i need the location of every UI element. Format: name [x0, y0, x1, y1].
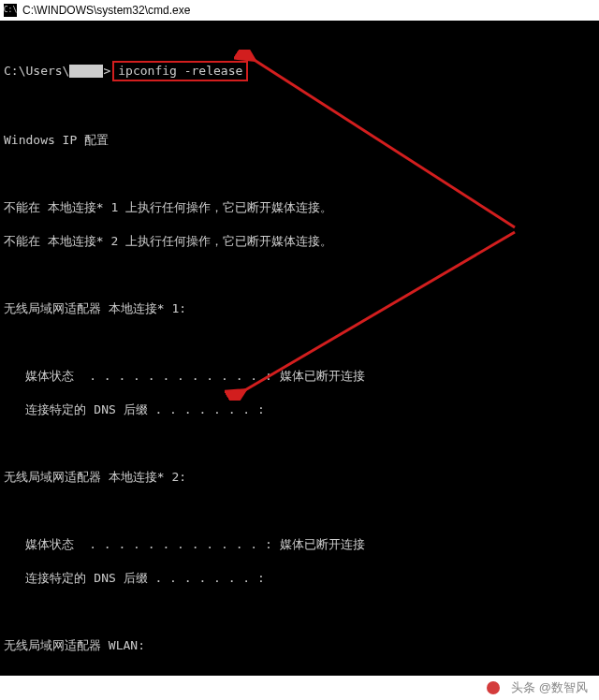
media-state: 媒体状态 . . . . . . . . . . . . : 媒体已断开连接 — [4, 536, 595, 553]
author-text: @数智风 — [539, 680, 588, 694]
dns-suffix: 连接特定的 DNS 后缀 . . . . . . . : — [4, 570, 595, 587]
watermark-footer: 头条 @数智风 — [0, 676, 599, 700]
media-state: 媒体状态 . . . . . . . . . . . . : 媒体已断开连接 — [4, 368, 595, 385]
ip-header: Windows IP 配置 — [4, 132, 595, 149]
dns-suffix: 连接特定的 DNS 后缀 . . . . . . . : — [4, 401, 595, 418]
toutiao-logo — [487, 681, 502, 694]
command-1: ipconfig -release — [118, 64, 242, 78]
terminal-output[interactable]: C:\Users\>ipconfig -release Windows IP 配… — [0, 22, 599, 700]
user-mask — [69, 65, 103, 78]
adapter-header: 无线局域网适配器 本地连接* 1: — [4, 300, 595, 317]
prompt-line-1: C:\Users\>ipconfig -release — [4, 61, 595, 81]
adapter-header: 无线局域网适配器 WLAN: — [4, 637, 595, 654]
adapter-header: 无线局域网适配器 本地连接* 2: — [4, 469, 595, 486]
cmd-window: C:\ C:\WINDOWS\system32\cmd.exe C:\Users… — [0, 0, 599, 700]
command-1-highlight: ipconfig -release — [112, 61, 248, 81]
cmd-icon: C:\ — [4, 4, 17, 17]
window-title: C:\WINDOWS\system32\cmd.exe — [22, 4, 190, 17]
titlebar: C:\ C:\WINDOWS\system32\cmd.exe — [0, 0, 599, 22]
error-line: 不能在 本地连接* 2 上执行任何操作，它已断开媒体连接。 — [4, 233, 595, 250]
brand-text: 头条 — [511, 680, 535, 694]
error-line: 不能在 本地连接* 1 上执行任何操作，它已断开媒体连接。 — [4, 199, 595, 216]
